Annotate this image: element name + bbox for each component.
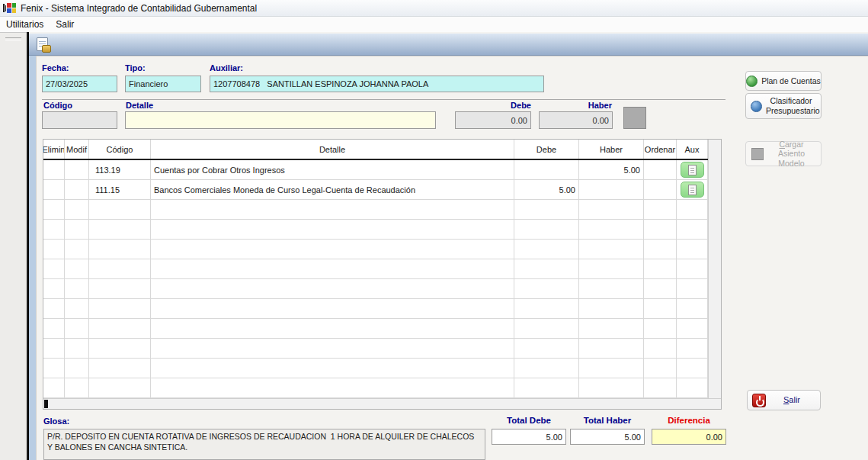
auxiliar-label: Auxiliar: <box>210 63 243 72</box>
cell-codigo <box>89 319 151 338</box>
auxiliar-input[interactable]: 1207708478 SANTILLAN ESPINOZA JOHANNA PA… <box>210 76 544 92</box>
entries-table: Elimin Modif Código Detalle Debe Haber O… <box>43 139 722 410</box>
table-row[interactable] <box>43 259 708 279</box>
cell-ordenar <box>644 160 677 179</box>
cell-elimin <box>43 359 65 378</box>
cell-detalle <box>151 259 514 278</box>
cell-elimin <box>43 220 65 239</box>
cell-aux <box>677 299 708 318</box>
new-entry-document-coins-icon[interactable] <box>37 37 48 51</box>
table-row[interactable] <box>43 319 708 339</box>
cell-codigo <box>89 378 151 397</box>
cell-codigo <box>89 240 151 259</box>
cell-ordenar <box>644 299 677 318</box>
plan-de-cuentas-button[interactable]: Plan de Cuentas <box>745 71 822 91</box>
cell-ordenar <box>644 220 677 239</box>
table-row[interactable] <box>43 359 708 378</box>
detalle-input[interactable] <box>125 111 436 129</box>
total-haber-field: 5.00 <box>570 429 645 445</box>
fecha-input[interactable]: 27/03/2025 <box>42 76 117 92</box>
cell-modif <box>65 359 89 378</box>
title-bar: Fenix - Sistema Integrado de Contabilida… <box>0 0 868 17</box>
menu-utilitarios[interactable]: Utilitarios <box>0 18 50 31</box>
table-row[interactable]: 111.15Bancos Comerciales Moneda de Curso… <box>43 180 708 200</box>
cell-ordenar <box>644 359 677 378</box>
header-ordenar: Ordenar <box>644 140 677 159</box>
cell-detalle: Cuentas por Cobrar Otros Ingresos <box>151 160 514 179</box>
cell-debe <box>514 220 579 239</box>
toolbar <box>29 34 868 56</box>
table-row[interactable] <box>43 200 708 220</box>
aux-button[interactable] <box>681 162 704 178</box>
horizontal-scrollbar-thumb[interactable] <box>44 400 48 408</box>
cell-haber <box>579 319 644 338</box>
entries-grid: Elimin Modif Código Detalle Debe Haber O… <box>43 140 708 398</box>
cell-debe <box>514 378 579 397</box>
cell-haber <box>579 200 644 219</box>
entries-table-body: 113.19Cuentas por Cobrar Otros Ingresos5… <box>43 160 708 398</box>
cell-codigo <box>89 359 151 378</box>
window-title: Fenix - Sistema Integrado de Contabilida… <box>21 3 257 14</box>
table-row[interactable] <box>43 240 708 259</box>
total-debe-label: Total Debe <box>492 416 566 425</box>
cargar-accel: C <box>779 140 785 149</box>
horizontal-scrollbar[interactable] <box>43 398 721 409</box>
table-row[interactable] <box>43 378 708 398</box>
aux-document-icon <box>688 165 697 175</box>
cell-aux <box>677 240 708 259</box>
cell-modif <box>65 319 89 338</box>
aux-button[interactable] <box>681 182 704 198</box>
codigo-label: Código <box>43 101 72 110</box>
header-aux: Aux <box>677 140 708 159</box>
cell-ordenar <box>644 339 677 358</box>
cell-elimin <box>43 259 65 278</box>
cell-haber <box>579 180 644 199</box>
cell-debe <box>514 319 579 338</box>
panel-grip[interactable] <box>5 37 21 40</box>
debe-input[interactable]: 0.00 <box>455 111 531 129</box>
separator-line <box>42 99 725 100</box>
cell-debe <box>514 279 579 298</box>
cell-haber <box>579 259 644 278</box>
table-row[interactable]: 113.19Cuentas por Cobrar Otros Ingresos5… <box>43 160 708 180</box>
total-debe-field: 5.00 <box>492 429 566 445</box>
cell-aux <box>677 319 708 338</box>
codigo-input[interactable] <box>42 111 117 129</box>
clasificador-presupuestario-button[interactable]: Clasificador Presupuestario <box>745 93 822 119</box>
header-elimin: Elimin <box>43 140 65 159</box>
cell-detalle <box>151 240 514 259</box>
salir-button[interactable]: Salir <box>747 390 821 410</box>
cargar-asiento-modelo-button[interactable]: Cargar Asiento Modelo <box>745 141 822 166</box>
cell-haber <box>579 240 644 259</box>
menu-salir[interactable]: Salir <box>50 18 80 31</box>
table-row[interactable] <box>43 339 708 359</box>
cell-aux <box>677 359 708 378</box>
cell-aux <box>677 279 708 298</box>
left-collapsed-panel[interactable] <box>0 32 27 460</box>
cell-modif <box>65 240 89 259</box>
glosa-textarea[interactable]: P/R. DEPOSITO EN CUENTA ROTATIVA DE INGR… <box>43 429 485 460</box>
cell-modif <box>65 259 89 278</box>
tipo-input[interactable]: Financiero <box>125 76 201 92</box>
cell-modif <box>65 180 89 199</box>
table-header-row: Elimin Modif Código Detalle Debe Haber O… <box>43 140 708 160</box>
haber-input[interactable]: 0.00 <box>539 111 613 129</box>
cell-elimin <box>43 339 65 358</box>
cell-elimin <box>43 279 65 298</box>
cell-debe <box>514 160 579 179</box>
cell-codigo <box>89 200 151 219</box>
cell-debe <box>514 259 579 278</box>
menu-bar: Utilitarios Salir <box>0 17 868 32</box>
header-debe: Debe <box>514 140 579 159</box>
table-row[interactable] <box>43 279 708 299</box>
cell-modif <box>65 339 89 358</box>
cell-codigo <box>89 259 151 278</box>
vertical-scrollbar[interactable] <box>708 140 721 398</box>
table-row[interactable] <box>43 220 708 240</box>
entry-action-button[interactable] <box>623 107 646 129</box>
form-edge-strip <box>29 34 36 460</box>
table-row[interactable] <box>43 299 708 319</box>
cell-elimin <box>43 299 65 318</box>
cell-ordenar <box>644 240 677 259</box>
cell-debe <box>514 299 579 318</box>
